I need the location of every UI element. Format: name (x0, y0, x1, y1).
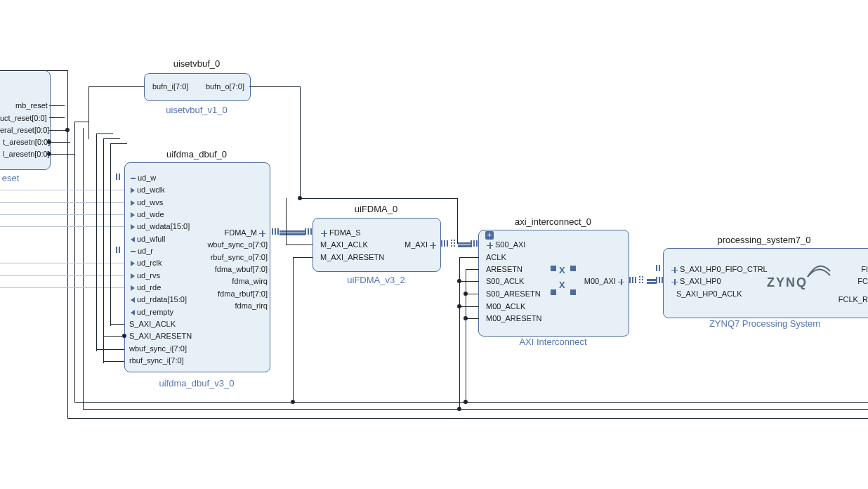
wire (110, 143, 127, 144)
bus-wire (280, 233, 305, 235)
port-fdma-m: FDMA_M (225, 228, 268, 237)
net-junction (291, 400, 295, 404)
port-rbuf-sync-o: rbuf_sync_o[7:0] (211, 253, 268, 261)
wire (300, 86, 301, 199)
port-ud-rclk: ud_rclk (131, 259, 162, 267)
wire (286, 244, 313, 245)
port-ud-rdata: ud_rdata[15:0] (131, 295, 187, 304)
net-junction (463, 400, 468, 404)
zynq-swoosh-icon (806, 263, 831, 278)
port-s00-aclk: S00_ACLK (486, 277, 524, 285)
uisetvbuf-title: uisetvbuf_0 (140, 58, 253, 69)
wire (293, 257, 294, 403)
port-fdma-rirq: fdma_rirq (235, 301, 268, 310)
wire (249, 86, 301, 87)
wire (457, 198, 458, 244)
port-fdma-wbuf: fdma_wbuf[7:0] (215, 265, 268, 273)
bus-wire (458, 242, 472, 244)
wire (459, 306, 479, 307)
wire (0, 202, 124, 203)
port-s00-axi: S00_AXI (485, 240, 525, 249)
uifdma-dbuf-subtitle: uifdma_dbuf_v3_0 (123, 378, 270, 389)
wire (110, 324, 124, 325)
port-maxi: M_AXI (405, 240, 438, 249)
wire (286, 198, 287, 245)
block-diagram-canvas[interactable]: mb_reset uct_reset[0:0] eral_reset[0:0] … (0, 0, 868, 489)
axi-interconnect-title: axi_interconnect_0 (478, 216, 629, 227)
wire (67, 70, 68, 418)
wire (103, 336, 124, 337)
wire (49, 105, 65, 106)
port-ud-wde: ud_wde (131, 210, 164, 219)
wire (459, 281, 479, 282)
ps7-title: processing_system7_0 (660, 235, 868, 245)
uifdma-dbuf-title: uifdma_dbuf_0 (123, 149, 270, 159)
port-uct-reset: uct_reset[0:0] (0, 114, 47, 122)
wire (293, 257, 313, 258)
net-junction (122, 334, 126, 338)
port-s-axi-aclk: S_AXI_ACLK (129, 320, 176, 328)
bus-wire (458, 245, 472, 247)
port-ud-r: ud_r (131, 247, 153, 255)
wire (96, 349, 124, 350)
wire (96, 133, 97, 351)
wire (0, 275, 124, 276)
port-s-axi-aresetn: S_AXI_ARESETN (129, 332, 192, 340)
wire (74, 402, 868, 403)
port-ud-wclk: ud_wclk (131, 185, 165, 194)
uisetvbuf-subtitle: uisetvbuf_v1_0 (140, 105, 253, 115)
expand-button[interactable]: + (485, 231, 494, 240)
wire (300, 198, 458, 199)
port-ud-w: ud_w (131, 174, 156, 182)
port-m00-aclk: M00_ACLK (486, 302, 525, 311)
wire (74, 122, 75, 403)
reset-subtitle: eset (0, 173, 28, 183)
bus-wire (280, 230, 305, 233)
wire (459, 257, 479, 258)
wire (83, 128, 84, 409)
net-junction (463, 316, 468, 320)
port-saxi-hp0: S_AXI_HP0 (669, 277, 721, 285)
port-ud-rde: ud_rde (131, 283, 161, 292)
wire (96, 133, 113, 134)
net-junction (298, 196, 302, 200)
net-junction (463, 292, 468, 296)
port-fdma-rbuf: fdma_rbuf[7:0] (218, 289, 268, 298)
uifdma-subtitle: uiFDMA_v3_2 (311, 275, 441, 285)
port-aclk: ACLK (486, 253, 506, 261)
port-m00-aresetn: M00_ARESETN (486, 314, 541, 322)
wire (74, 122, 88, 122)
net-junction (47, 152, 51, 156)
zynq-logo: ZYNQ (767, 275, 808, 290)
wire (0, 190, 124, 190)
wire (0, 263, 124, 263)
wire (0, 226, 124, 227)
bus-wire (647, 279, 657, 281)
port-ud-wfull: ud_wfull (131, 235, 165, 243)
port-ps7-r1: FI (861, 265, 868, 273)
port-l-aresetn: l_aresetn[0:0] (3, 150, 50, 158)
port-wbuf-sync-i: wbuf_sync_i[7:0] (129, 344, 187, 353)
wire (103, 138, 120, 139)
wire (103, 138, 104, 363)
port-bufn-i: bufn_i[7:0] (152, 82, 188, 91)
wire (103, 361, 124, 362)
port-aresetn: ARESETN (486, 265, 522, 273)
port-ps7-r2: FC (857, 277, 868, 285)
wire (88, 86, 89, 139)
port-fdma-s: FDMA_S (319, 228, 361, 237)
port-ud-rvs: ud_rvs (131, 271, 160, 280)
port-maxi-aresetn: M_AXI_ARESETN (320, 253, 384, 261)
ps7-subtitle: ZYNQ7 Processing System (663, 318, 867, 329)
wire (0, 70, 68, 71)
port-saxi-hp0-aclk: S_AXI_HP0_ACLK (676, 289, 742, 298)
port-rbuf-sync-i: rbuf_sync_i[7:0] (129, 356, 184, 365)
port-wbuf-sync-o: wbuf_sync_o[7:0] (207, 240, 268, 249)
wire (466, 269, 466, 403)
port-mb-reset: mb_reset (15, 101, 48, 110)
net-junction (457, 279, 461, 283)
port-ud-rempty: ud_rempty (131, 308, 173, 316)
axi-crossbar-icon: X X (551, 266, 579, 296)
port-saxi-hp0-fifo: S_AXI_HP0_FIFO_CTRL (669, 265, 768, 273)
port-eral-reset: eral_reset[0:0] (0, 126, 49, 134)
